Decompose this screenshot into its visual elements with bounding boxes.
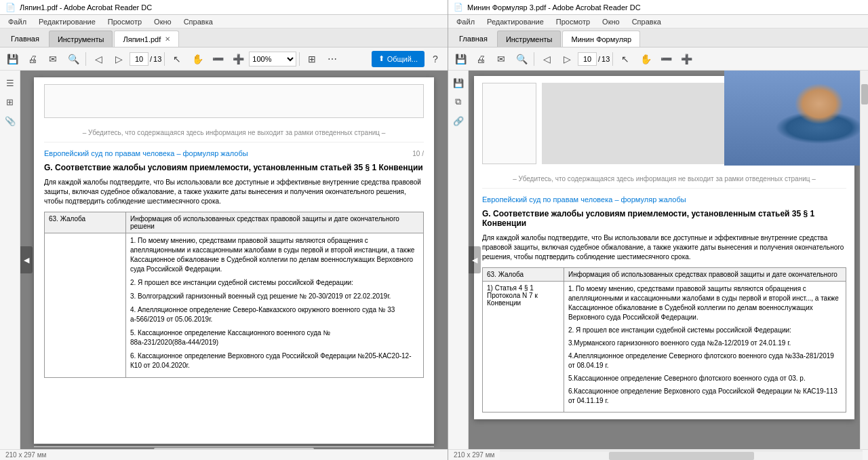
point-3-right: 3.Мурманского гарнизонного военного суда…: [568, 339, 842, 348]
nav-arrow-prev-right[interactable]: ◀: [469, 246, 481, 273]
share-button-left[interactable]: ⬆ Общий...: [372, 51, 425, 67]
btn-hand-right[interactable]: ✋: [636, 50, 655, 68]
btn-print-left[interactable]: 🖨: [23, 50, 42, 68]
menu-window-right[interactable]: Окно: [597, 16, 625, 27]
sep3-left: [299, 52, 300, 66]
nav-arrow-prev-left[interactable]: ◀: [20, 246, 33, 273]
menu-edit-left[interactable]: Редактирование: [33, 16, 101, 27]
left-doc-area[interactable]: ◀ – Убедитесь, что содержащаяся здесь ин…: [20, 71, 448, 449]
btn-hand-left[interactable]: ✋: [188, 50, 207, 68]
table-col2-header-left: Информация об использованных средствах п…: [126, 212, 424, 233]
tab-home-left[interactable]: Главная: [3, 31, 47, 47]
menu-file-right[interactable]: Файл: [451, 16, 480, 27]
page-total-right: 13: [601, 55, 610, 63]
page-header-right: Европейский суд по правам человека – фор…: [482, 195, 846, 204]
btn-zoom-in-right[interactable]: ➕: [677, 50, 696, 68]
page-num-left: 10 /: [412, 150, 424, 157]
point-1-left: 1. По моему мнению, средствами правовой …: [130, 236, 419, 274]
menu-view-left[interactable]: Просмотр: [102, 16, 147, 27]
page-header-left: Европейский суд по правам человека – фор…: [44, 149, 424, 157]
webcam-person: [724, 71, 860, 166]
tab-active-left[interactable]: Ляпин1.pdf ✕: [114, 31, 179, 47]
point-2-left: 2. Я прошел все инстанции судебной систе…: [130, 278, 419, 288]
page-input-right[interactable]: [578, 52, 597, 66]
menu-window-left[interactable]: Окно: [149, 16, 177, 27]
left-title-text: Ляпин1.pdf - Adobe Acrobat Reader DC: [20, 3, 152, 12]
right-title-text: Минин Формуляр 3.pdf - Adobe Acrobat Rea…: [467, 3, 641, 12]
btn-zoom-in-left[interactable]: ➕: [229, 50, 248, 68]
btn-search-right[interactable]: 🔍: [512, 50, 531, 68]
btn-zoom-out-left[interactable]: ➖: [208, 50, 227, 68]
btn-prev-page-right[interactable]: ◁: [537, 50, 556, 68]
left-tabs-bar: Главная Инструменты Ляпин1.pdf ✕: [0, 28, 448, 47]
tab-tools-left[interactable]: Инструменты: [49, 31, 113, 47]
header-placeholder-left: [44, 84, 424, 118]
right-titlebar: 📄 Минин Формуляр 3.pdf - Adobe Acrobat R…: [448, 0, 868, 15]
table-row-right: 1) Статья 4 § 1 Протокола N 7 к Конвенци…: [483, 282, 846, 413]
btn-zoom-out-right[interactable]: ➖: [656, 50, 675, 68]
sidebar-icon-attachments[interactable]: 📎: [2, 113, 18, 129]
right-menubar: Файл Редактирование Просмотр Окно Справк…: [448, 15, 868, 28]
complaint-table-right: 63. Жалоба Информация об использованных …: [482, 267, 846, 413]
point-6-left: 6. Кассационное определение Верховного с…: [130, 351, 419, 370]
tab-home-right[interactable]: Главная: [451, 31, 496, 47]
tab-tools-label-right: Инструменты: [506, 35, 553, 43]
section-title-right: G. Соответствие жалобы условиям приемлем…: [482, 209, 846, 228]
table-row-left: 1. По моему мнению, средствами правовой …: [45, 233, 424, 378]
btn-cursor-right[interactable]: ↖: [616, 50, 635, 68]
zoom-select-left[interactable]: 100% 75% 125% 150%: [249, 52, 296, 66]
tab-close-left[interactable]: ✕: [165, 35, 170, 43]
btn-prev-page-left[interactable]: ◁: [89, 50, 108, 68]
sep2-right: [612, 52, 613, 66]
btn-marquee-left[interactable]: ⊞: [302, 50, 321, 68]
table-cell-complaint-right: 1) Статья 4 § 1 Протокола N 7 к Конвенци…: [483, 282, 564, 413]
table-col1-header-right: 63. Жалоба: [483, 268, 564, 282]
sidebar-icon-save-right[interactable]: 💾: [450, 75, 467, 91]
tab-tools-label-left: Инструменты: [58, 35, 104, 43]
right-doc-area[interactable]: ◀ –: [469, 71, 860, 449]
right-toolbar: 💾 🖨 ✉ 🔍 ◁ ▷ / 13 ↖ ✋ ➖ ➕: [448, 47, 868, 71]
btn-help-left[interactable]: ?: [426, 50, 445, 68]
sidebar-icon-pages[interactable]: ⊞: [2, 94, 18, 110]
left-page-container: – Убедитесь, что содержащаяся здесь инфо…: [34, 77, 434, 444]
vscroll-right[interactable]: [860, 71, 868, 449]
sidebar-icon-copy-right[interactable]: ⧉: [450, 94, 467, 110]
left-titlebar: 📄 Ляпин1.pdf - Adobe Acrobat Reader DC: [0, 0, 448, 15]
menu-edit-right[interactable]: Редактирование: [481, 16, 549, 27]
page-input-left[interactable]: [130, 52, 149, 66]
menu-help-right[interactable]: Справка: [627, 16, 667, 27]
table-cell-info-right: 1. По моему мнению, средствами правовой …: [564, 282, 846, 413]
btn-email-right[interactable]: ✉: [492, 50, 511, 68]
watermark-left: – Убедитесь, что содержащаяся здесь инфо…: [44, 123, 424, 142]
btn-save-left[interactable]: 💾: [3, 50, 22, 68]
btn-more-left[interactable]: ⋯: [323, 50, 342, 68]
left-page-size: 210 x 297 мм: [5, 451, 46, 459]
table-col2-header-right: Информация об использованных средствах п…: [564, 268, 846, 282]
btn-print-right[interactable]: 🖨: [471, 50, 490, 68]
tab-tools-right[interactable]: Инструменты: [497, 31, 561, 47]
hscroll-right[interactable]: [500, 451, 863, 460]
btn-cursor-left[interactable]: ↖: [167, 50, 186, 68]
menu-file-left[interactable]: Файл: [3, 16, 32, 27]
section-desc-left: Для каждой жалобы подтвердите, что Вы ис…: [44, 178, 424, 206]
point-4-right: 4.Апелляционное определение Северного фл…: [568, 351, 842, 370]
btn-next-page-left[interactable]: ▷: [109, 50, 128, 68]
menu-view-right[interactable]: Просмотр: [551, 16, 595, 27]
sidebar-icon-link-right[interactable]: 🔗: [450, 113, 467, 129]
point-6-right: 6.Кассационное определение Верховного су…: [568, 387, 842, 406]
page-nav-left: / 13: [130, 52, 161, 66]
btn-next-page-right[interactable]: ▷: [557, 50, 576, 68]
hscroll-thumb-left: [154, 448, 314, 449]
sidebar-icon-bookmarks[interactable]: ☰: [2, 75, 18, 91]
hscroll-left[interactable]: [34, 446, 434, 447]
tab-active-right[interactable]: Минин Формуляр: [562, 31, 640, 47]
btn-email-left[interactable]: ✉: [43, 50, 62, 68]
pdf-icon-left: 📄: [5, 3, 16, 12]
section-desc-right: Для каждой жалобы подтвердите, что Вы ис…: [482, 233, 846, 262]
menu-help-left[interactable]: Справка: [178, 16, 218, 27]
btn-save-right[interactable]: 💾: [451, 50, 470, 68]
tab-active-label-right: Минин Формуляр: [571, 35, 631, 43]
webcam-overlay: [724, 71, 860, 166]
btn-search-left[interactable]: 🔍: [64, 50, 83, 68]
point-4-left: 4. Апелляционное определение Северо-Кавк…: [130, 305, 419, 324]
